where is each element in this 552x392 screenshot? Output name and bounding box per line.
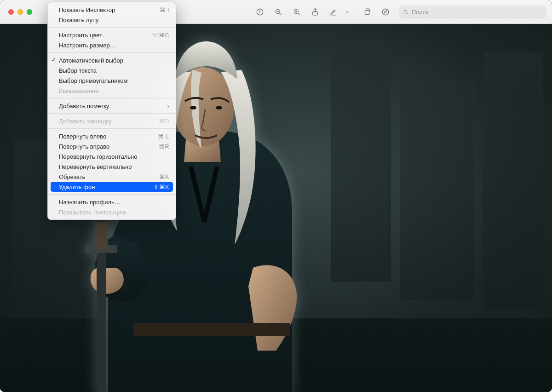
menu-item[interactable]: ✓Автоматический выбор — [48, 55, 176, 65]
submenu-arrow-icon: › — [167, 103, 169, 110]
menu-item[interactable]: Показать лупу` — [48, 15, 176, 25]
menu-item-label: Настроить цвет… — [59, 32, 151, 39]
menu-item-shortcut: ⌘K — [159, 173, 169, 180]
menu-item-shortcut: ⌘R — [159, 143, 169, 150]
toolbar: Поиск — [252, 0, 546, 24]
markup-menu-chevron-icon[interactable] — [344, 10, 351, 14]
menu-item-label: Добавить закладку — [59, 118, 159, 125]
menu-item-shortcut: ` — [167, 17, 169, 23]
markup-button[interactable] — [325, 5, 342, 19]
svg-rect-11 — [365, 11, 369, 15]
menu-separator — [48, 113, 176, 114]
menu-item-label: Перевернуть горизонтально — [59, 153, 169, 160]
menu-item[interactable]: Перевернуть горизонтально — [48, 151, 176, 161]
menu-item-label: Вымарывание — [59, 87, 169, 94]
menu-item-label: Показывать геопозицию — [59, 209, 169, 216]
menu-item: Добавить закладку⌘D — [48, 116, 176, 126]
menu-item-label: Добавить пометку — [59, 103, 167, 110]
checkmark-icon: ✓ — [52, 57, 56, 63]
svg-line-7 — [298, 13, 299, 15]
menu-separator — [48, 98, 176, 98]
menu-item[interactable]: Добавить пометку› — [48, 101, 176, 111]
menu-item-label: Перевернуть вертикально — [59, 163, 169, 170]
menu-item[interactable]: Удалить фон⇧⌘K — [51, 182, 173, 192]
menu-item-label: Повернуть влево — [59, 133, 158, 140]
svg-point-13 — [404, 10, 407, 13]
menu-separator — [48, 194, 176, 195]
tools-context-menu[interactable]: Показать Инспектор⌘ IПоказать лупу`Настр… — [47, 2, 176, 220]
svg-point-12 — [382, 9, 389, 15]
share-button[interactable] — [307, 5, 323, 19]
edit-button[interactable] — [377, 5, 394, 19]
svg-point-20 — [216, 106, 222, 110]
menu-item-label: Выбор текста — [59, 67, 169, 74]
svg-line-4 — [279, 13, 281, 15]
svg-rect-21 — [133, 323, 290, 336]
menu-item-shortcut: ⌘D — [159, 118, 169, 125]
info-button[interactable] — [252, 5, 268, 19]
menu-item-shortcut: ⇧⌘K — [154, 184, 169, 190]
menu-item[interactable]: Показать Инспектор⌘ I — [48, 5, 176, 15]
svg-line-14 — [407, 13, 408, 14]
menu-item-shortcut: ⌘ I — [160, 6, 169, 13]
menu-item[interactable]: Повернуть влево⌘ L — [48, 131, 176, 141]
menu-item[interactable]: Настроить цвет…⌥⌘C — [48, 30, 176, 40]
menu-item-label: Показать лупу — [59, 17, 167, 23]
menu-item[interactable]: Настроить размер… — [48, 40, 176, 50]
menu-item-label: Показать Инспектор — [59, 6, 160, 13]
search-field[interactable]: Поиск — [399, 6, 546, 18]
menu-item[interactable]: Выбор прямоугольником — [48, 75, 176, 86]
menu-separator — [48, 27, 176, 28]
menu-item-label: Назначить профиль… — [59, 199, 169, 206]
menu-item[interactable]: Обрезать⌘K — [48, 172, 176, 182]
search-placeholder: Поиск — [412, 9, 428, 16]
menu-item-label: Автоматический выбор — [59, 57, 169, 64]
menu-item: Показывать геопозицию — [48, 207, 176, 217]
menu-item-label: Удалить фон — [59, 184, 154, 190]
zoom-in-button[interactable] — [288, 5, 305, 19]
menu-item[interactable]: Назначить профиль… — [48, 197, 176, 207]
close-window-button[interactable] — [8, 9, 14, 15]
toolbar-divider — [355, 7, 355, 17]
zoom-window-button[interactable] — [27, 9, 32, 15]
window-controls — [8, 9, 32, 15]
preview-window: Поиск — [0, 0, 552, 392]
menu-item-label: Обрезать — [59, 173, 159, 180]
menu-item-shortcut: ⌥⌘C — [151, 32, 169, 39]
menu-item[interactable]: Повернуть вправо⌘R — [48, 141, 176, 151]
rotate-button[interactable] — [359, 5, 375, 19]
svg-rect-17 — [95, 222, 108, 249]
menu-separator — [48, 52, 176, 53]
menu-item-label: Настроить размер… — [59, 42, 169, 49]
menu-item-label: Выбор прямоугольником — [59, 77, 169, 84]
svg-point-2 — [259, 10, 260, 11]
menu-item[interactable]: Выбор текста — [48, 65, 176, 75]
menu-item-label: Повернуть вправо — [59, 143, 159, 150]
menu-item[interactable]: Перевернуть вертикально — [48, 161, 176, 172]
zoom-out-button[interactable] — [270, 5, 287, 19]
menu-item-shortcut: ⌘ L — [158, 133, 169, 140]
menu-separator — [48, 128, 176, 129]
svg-point-19 — [190, 106, 196, 110]
minimize-window-button[interactable] — [17, 9, 23, 15]
menu-item: Вымарывание — [48, 86, 176, 96]
